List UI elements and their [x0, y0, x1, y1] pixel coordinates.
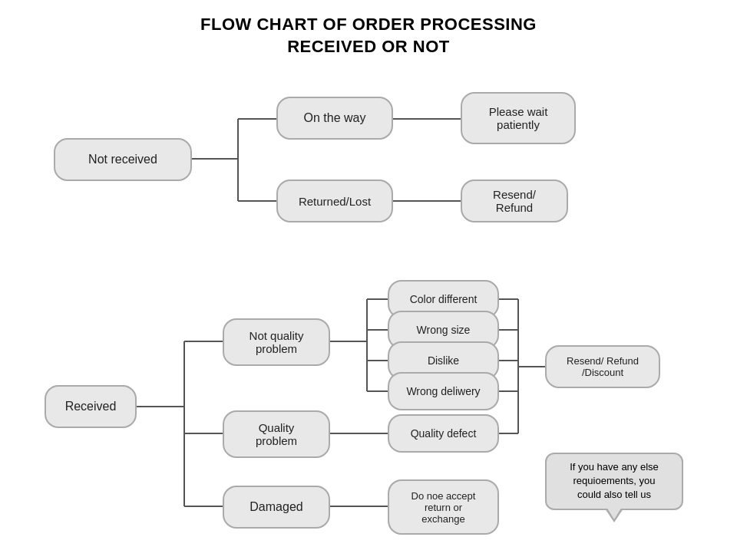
- resend-refund-top-node: Resend/ Refund: [461, 180, 568, 222]
- wrong-delivery-node: Wrong deliwery: [388, 372, 499, 410]
- quality-defect-node: Quality defect: [388, 414, 499, 453]
- not-received-node: Not received: [54, 138, 192, 181]
- do-not-accept-node: Do noe accept return or exchange: [388, 479, 499, 535]
- page-title: FLOW CHART OF ORDER PROCESSING RECEIVED …: [0, 0, 737, 58]
- not-quality-problem-node: Not quality problem: [223, 318, 330, 366]
- damaged-node: Damaged: [223, 486, 330, 529]
- resend-refund-discount-node: Resend/ Refund /Discount: [545, 345, 660, 388]
- please-wait-node: Please wait patiently: [461, 92, 576, 144]
- page: FLOW CHART OF ORDER PROCESSING RECEIVED …: [0, 0, 737, 560]
- on-the-way-node: On the way: [276, 97, 393, 140]
- returned-lost-node: Returned/Lost: [276, 180, 393, 222]
- received-node: Received: [45, 385, 137, 428]
- quality-problem-node: Quality problem: [223, 410, 330, 458]
- speech-bubble: If you have any else requioements, you c…: [545, 453, 683, 510]
